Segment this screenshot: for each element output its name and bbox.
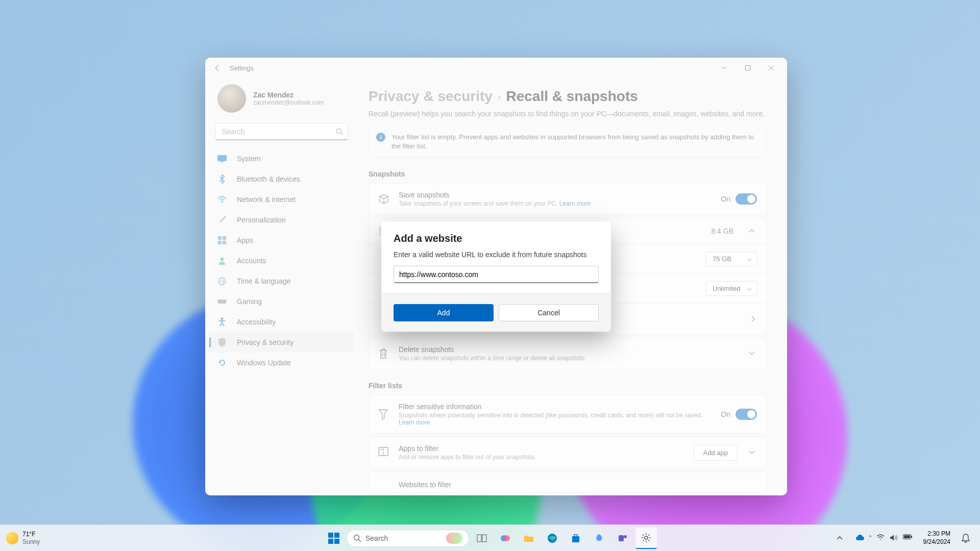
cancel-button[interactable]: Cancel bbox=[499, 304, 599, 321]
search-placeholder: Search bbox=[365, 534, 388, 542]
svg-point-32 bbox=[880, 539, 881, 540]
svg-point-30 bbox=[624, 535, 627, 538]
tray-expand-button[interactable] bbox=[831, 533, 848, 543]
sun-icon bbox=[6, 532, 18, 544]
task-view-button[interactable] bbox=[471, 528, 493, 549]
language-icon: ᴬ bbox=[869, 534, 871, 542]
svg-point-31 bbox=[645, 536, 648, 539]
volume-icon bbox=[890, 534, 898, 542]
svg-rect-29 bbox=[619, 535, 624, 541]
dialog-description: Enter a valid website URL to exclude it … bbox=[394, 251, 599, 259]
svg-point-21 bbox=[354, 535, 359, 540]
svg-rect-28 bbox=[572, 536, 579, 542]
settings-window: Settings Zac Mendez zacmendez@outlook.co… bbox=[205, 58, 787, 495]
start-button[interactable] bbox=[323, 528, 345, 549]
edge-button[interactable] bbox=[542, 528, 563, 549]
date: 9/24/2024 bbox=[923, 538, 950, 546]
copilot-button[interactable] bbox=[495, 528, 516, 549]
add-button[interactable]: Add bbox=[394, 304, 494, 321]
system-tray[interactable]: ᴬ bbox=[851, 531, 916, 545]
weather-widget[interactable]: 71°F Sunny bbox=[6, 531, 40, 545]
taskbar: 71°F Sunny Search ᴬ 2:30 PM 9/24/202 bbox=[0, 524, 980, 551]
svg-rect-23 bbox=[477, 535, 481, 542]
search-icon bbox=[353, 534, 361, 542]
clock[interactable]: 2:30 PM 9/24/2024 bbox=[919, 528, 954, 548]
website-url-input[interactable] bbox=[394, 266, 599, 283]
svg-rect-35 bbox=[911, 536, 912, 538]
svg-line-22 bbox=[359, 539, 361, 542]
onedrive-icon bbox=[856, 534, 864, 542]
dialog-title: Add a website bbox=[394, 233, 599, 244]
taskbar-search[interactable]: Search bbox=[347, 530, 469, 547]
wifi-tray-icon bbox=[876, 534, 885, 542]
notifications-button[interactable] bbox=[958, 530, 974, 546]
search-highlight-icon bbox=[446, 533, 462, 544]
settings-taskbar-button[interactable] bbox=[635, 528, 657, 549]
svg-rect-24 bbox=[482, 535, 486, 542]
explorer-button[interactable] bbox=[518, 528, 540, 549]
battery-icon bbox=[903, 534, 911, 542]
weather-condition: Sunny bbox=[22, 538, 40, 545]
add-website-dialog: Add a website Enter a valid website URL … bbox=[381, 221, 611, 332]
app-button-1[interactable] bbox=[589, 528, 610, 549]
svg-point-26 bbox=[504, 535, 510, 541]
svg-rect-34 bbox=[904, 535, 910, 538]
store-button[interactable] bbox=[565, 528, 586, 549]
weather-temp: 71°F bbox=[22, 531, 40, 538]
teams-button[interactable] bbox=[612, 528, 633, 549]
time: 2:30 PM bbox=[923, 530, 950, 538]
